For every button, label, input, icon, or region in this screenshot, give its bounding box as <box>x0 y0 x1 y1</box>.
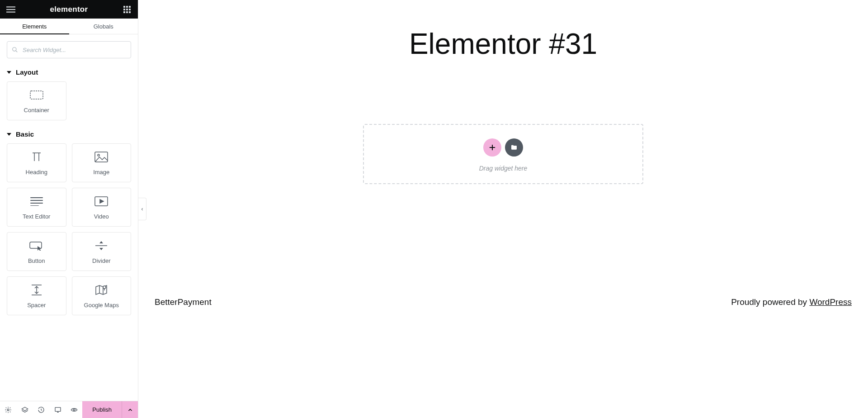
search-icon <box>12 47 18 53</box>
basic-grid: Heading Image Text Editor <box>7 143 131 315</box>
svg-point-16 <box>98 154 99 156</box>
widget-label: Image <box>93 169 109 176</box>
heading-icon <box>30 151 43 163</box>
add-template-button[interactable] <box>505 138 523 157</box>
widget-label: Button <box>28 257 45 264</box>
spacer-icon <box>31 284 42 296</box>
navigator-button[interactable] <box>16 401 33 418</box>
svg-rect-8 <box>129 9 131 10</box>
svg-rect-6 <box>123 9 125 10</box>
site-footer-left: BetterPayment <box>155 297 212 307</box>
button-icon <box>29 239 44 252</box>
panel-body: Layout Container Basic <box>0 34 138 401</box>
svg-rect-3 <box>123 6 125 8</box>
widget-divider[interactable]: Divider <box>72 232 132 271</box>
add-section-dropzone[interactable]: Drag widget here <box>363 124 643 184</box>
editor-canvas[interactable]: Elementor #31 Drag widget here BetterPay… <box>138 0 868 418</box>
widget-heading[interactable]: Heading <box>7 143 66 182</box>
widget-label: Divider <box>92 257 110 264</box>
svg-rect-11 <box>129 11 131 13</box>
site-footer-right: Proudly powered by WordPress <box>731 297 852 307</box>
svg-rect-28 <box>55 407 61 411</box>
publish-button[interactable]: Publish <box>82 401 122 418</box>
collapse-panel-button[interactable]: ‹ <box>138 198 146 220</box>
category-title: Layout <box>16 68 38 76</box>
dropzone-actions <box>483 138 523 157</box>
canvas-inner: Elementor #31 Drag widget here BetterPay… <box>138 0 868 418</box>
svg-rect-4 <box>126 6 128 8</box>
panel-footer: Publish <box>0 401 138 418</box>
hamburger-menu-button[interactable] <box>6 5 15 14</box>
widget-label: Google Maps <box>84 302 119 309</box>
eye-icon <box>71 406 78 413</box>
widget-container[interactable]: Container <box>7 81 66 120</box>
page-title: Elementor #31 <box>138 14 868 97</box>
tab-elements[interactable]: Elements <box>0 19 69 34</box>
divider-icon <box>95 239 108 252</box>
widget-google-maps[interactable]: Google Maps <box>72 276 132 315</box>
svg-rect-0 <box>6 6 15 7</box>
footer-prefix: Proudly powered by <box>731 297 809 307</box>
svg-point-29 <box>73 409 75 411</box>
svg-point-27 <box>7 409 9 411</box>
layers-icon <box>21 406 28 413</box>
dropzone-hint: Drag widget here <box>479 165 528 172</box>
chevron-up-icon <box>127 407 133 413</box>
widget-button[interactable]: Button <box>7 232 66 271</box>
svg-rect-7 <box>126 9 128 10</box>
caret-down-icon <box>7 133 11 136</box>
tab-label: Elements <box>22 23 47 30</box>
responsive-button[interactable] <box>49 401 66 418</box>
widget-image[interactable]: Image <box>72 143 132 182</box>
tab-label: Globals <box>94 23 113 30</box>
chevron-left-icon: ‹ <box>142 206 143 212</box>
hamburger-icon <box>6 5 15 14</box>
svg-rect-1 <box>6 9 15 10</box>
apps-grid-button[interactable] <box>123 5 132 14</box>
publish-label: Publish <box>92 406 112 413</box>
svg-rect-2 <box>6 11 15 12</box>
sidebar-header: elementor <box>0 0 138 19</box>
caret-down-icon <box>7 71 11 74</box>
video-icon <box>94 195 108 208</box>
svg-rect-5 <box>129 6 131 8</box>
wordpress-link[interactable]: WordPress <box>809 297 852 307</box>
search-input[interactable] <box>23 47 126 53</box>
widget-video[interactable]: Video <box>72 188 132 227</box>
site-footer: BetterPayment Proudly powered by WordPre… <box>138 288 868 316</box>
svg-point-12 <box>13 48 16 51</box>
grid-icon <box>123 6 131 13</box>
add-section-button[interactable] <box>483 138 501 157</box>
svg-line-13 <box>16 51 17 52</box>
widget-label: Text Editor <box>23 213 50 220</box>
svg-rect-15 <box>95 152 108 162</box>
svg-rect-10 <box>126 11 128 13</box>
folder-icon <box>510 144 518 151</box>
widget-label: Video <box>94 213 109 220</box>
widget-text-editor[interactable]: Text Editor <box>7 188 66 227</box>
widget-label: Container <box>24 107 49 114</box>
history-icon <box>38 406 45 413</box>
preview-button[interactable] <box>66 401 82 418</box>
history-button[interactable] <box>33 401 49 418</box>
gear-icon <box>5 406 12 413</box>
container-icon <box>30 89 43 101</box>
tab-globals[interactable]: Globals <box>69 19 138 34</box>
settings-button[interactable] <box>0 401 16 418</box>
plus-icon <box>489 144 496 151</box>
category-layout-toggle[interactable]: Layout <box>7 68 131 76</box>
publish-options-button[interactable] <box>122 401 138 418</box>
responsive-icon <box>54 406 61 413</box>
svg-rect-9 <box>123 11 125 13</box>
widget-spacer[interactable]: Spacer <box>7 276 66 315</box>
svg-rect-22 <box>30 242 42 248</box>
sidebar: elementor Elements Globals Layout <box>0 0 138 418</box>
category-title: Basic <box>16 130 34 138</box>
panel-tabs: Elements Globals <box>0 19 138 34</box>
search-widget[interactable] <box>7 41 131 58</box>
google-maps-icon <box>95 284 108 296</box>
layout-grid: Container <box>7 81 66 120</box>
widget-label: Spacer <box>27 302 46 309</box>
category-basic-toggle[interactable]: Basic <box>7 130 131 138</box>
svg-rect-14 <box>30 91 43 99</box>
